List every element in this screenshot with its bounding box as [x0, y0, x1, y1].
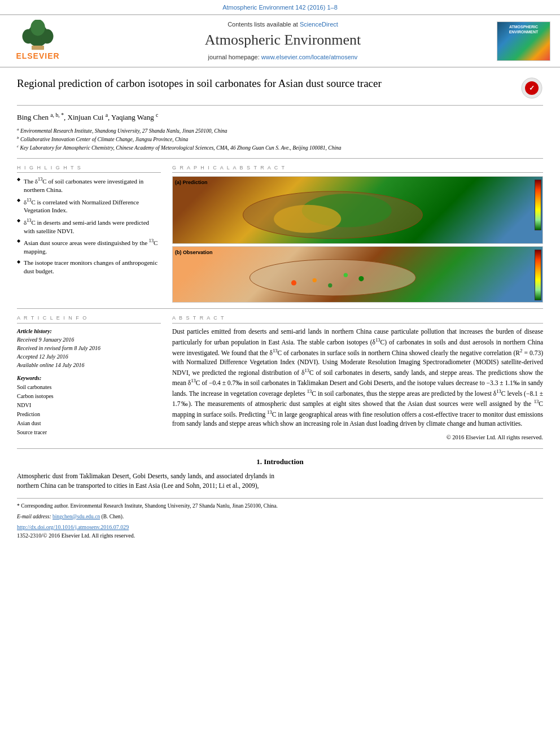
journal-header: ELSEVIER Contents lists available at Sci… [0, 14, 560, 68]
issn-line: 1352-2310/© 2016 Elsevier Ltd. All right… [17, 531, 543, 540]
highlights-column: H I G H L I G H T S The δ13C of soil car… [17, 164, 161, 303]
map-prediction: (a) Prediction [172, 176, 543, 244]
author-xinjuan-cui: Xinjuan Cui a [68, 113, 108, 121]
paper-title-section: Regional prediction of carbon isotopes i… [17, 77, 543, 106]
atm-env-logo-text: ATMOSPHERIC ENVIRONMENT [500, 24, 548, 34]
introduction-col-left: Atmospheric dust from Taklimakan Desert,… [17, 471, 274, 490]
svg-point-16 [358, 276, 364, 281]
copyright-line: © 2016 Elsevier Ltd. All rights reserved… [172, 433, 543, 442]
paper-title: Regional prediction of carbon isotopes i… [17, 77, 515, 91]
highlight-item-1: The δ13C of soil carbonates were investi… [17, 176, 161, 194]
keywords-title: Keywords: [17, 374, 161, 383]
journal-citation: Atmospheric Environment 142 (2016) 1–8 [0, 0, 560, 14]
email-link[interactable]: bingchen@sdu.edu.cn [53, 514, 100, 519]
article-info-abstract-section: A R T I C L E I N F O Article history: R… [17, 314, 543, 443]
contents-available-text: Contents lists available at ScienceDirec… [75, 20, 491, 29]
crossmark-logo[interactable]: ✓ [520, 77, 543, 99]
atm-env-logo: ATMOSPHERIC ENVIRONMENT [497, 21, 553, 61]
footnote-area: * Corresponding author. Environmental Re… [17, 498, 543, 540]
abstract-text: Dust particles emitted from deserts and … [172, 327, 543, 429]
keywords-section: Keywords: Soil carbonates Carbon isotope… [17, 374, 161, 437]
affiliation-a: a Environmental Research Institute, Shan… [17, 126, 543, 135]
article-info-column: A R T I C L E I N F O Article history: R… [17, 314, 161, 437]
divider-3 [17, 448, 543, 449]
highlight-item-2: δ13C is correlated with Normalized Diffe… [17, 197, 161, 215]
received-date: Received 9 January 2016 [17, 335, 161, 344]
elsevier-text: ELSEVIER [16, 51, 59, 62]
email-note: E-mail address: bingchen@sdu.edu.cn (B. … [17, 513, 543, 521]
article-history: Article history: Received 9 January 2016… [17, 327, 161, 369]
keyword-6: Source tracer [17, 428, 161, 437]
svg-point-17 [328, 283, 332, 287]
available-online-date: Available online 14 July 2016 [17, 361, 161, 369]
svg-rect-5 [32, 46, 44, 50]
authors-section: Bing Chen a, b, *, Xinjuan Cui a, Yaqian… [17, 111, 543, 123]
homepage-link[interactable]: www.elsevier.com/locate/atmosenv [261, 54, 358, 60]
affiliations: a Environmental Research Institute, Shan… [17, 126, 543, 152]
graphical-abstract-column: G R A P H I C A L A B S T R A C T (a) Pr… [172, 164, 543, 303]
svg-point-11 [274, 205, 341, 233]
keyword-2: Carbon isotopes [17, 392, 161, 401]
graphical-abstract-header: G R A P H I C A L A B S T R A C T [172, 164, 543, 173]
highlight-item-4: Asian dust source areas were distinguish… [17, 238, 161, 255]
keyword-4: Prediction [17, 410, 161, 419]
affiliation-b: b Collaborative Innovation Center of Cli… [17, 135, 543, 143]
introduction-section: 1. Introduction Atmospheric dust from Ta… [17, 457, 543, 491]
elsevier-logo: ELSEVIER [7, 20, 69, 62]
map-observation: (b) Observation [172, 246, 543, 303]
highlights-graphical-section: H I G H L I G H T S The δ13C of soil car… [17, 164, 543, 303]
journal-header-center: Contents lists available at ScienceDirec… [75, 20, 491, 62]
introduction-columns: Atmospheric dust from Taklimakan Desert,… [17, 471, 543, 490]
paper-content: Regional prediction of carbon isotopes i… [0, 68, 560, 549]
abstract-header: A B S T R A C T [172, 314, 543, 324]
highlight-item-5: The isotope tracer monitors changes of a… [17, 259, 161, 276]
keyword-3: NDVI [17, 401, 161, 410]
introduction-title: 1. Introduction [17, 457, 543, 467]
author-bing-chen: Bing Chen a, b, * [17, 113, 64, 121]
svg-point-14 [313, 278, 317, 282]
svg-point-4 [30, 20, 45, 36]
map-a-svg [176, 188, 490, 241]
colorbar-b [535, 250, 541, 300]
doi-link[interactable]: http://dx.doi.org/10.1016/j.atmosenv.201… [17, 524, 129, 530]
elsevier-tree-icon [15, 20, 60, 51]
accepted-date: Accepted 12 July 2016 [17, 352, 161, 361]
map-b-svg [176, 257, 490, 299]
svg-text:✓: ✓ [529, 84, 535, 92]
journal-title: Atmospheric Environment [75, 30, 491, 50]
keyword-5: Asian dust [17, 419, 161, 428]
map-b-label: (b) Observation [175, 249, 213, 256]
author-yaqiang-wang: Yaqiang Wang c [111, 113, 158, 121]
affiliation-c: c Key Laboratory for Atmospheric Chemist… [17, 143, 543, 152]
divider-2 [17, 308, 543, 309]
highlights-header: H I G H L I G H T S [17, 164, 161, 173]
divider-1 [17, 158, 543, 159]
map-a-label: (a) Prediction [175, 179, 208, 186]
article-history-title: Article history: [17, 327, 161, 335]
article-info-header: A R T I C L E I N F O [17, 314, 161, 324]
doi-line[interactable]: http://dx.doi.org/10.1016/j.atmosenv.201… [17, 523, 543, 531]
svg-point-12 [250, 260, 415, 296]
highlight-item-3: δ13C in deserts and semi-arid lands were… [17, 217, 161, 235]
sciencedirect-link[interactable]: ScienceDirect [300, 21, 338, 28]
received-revised-date: Received in revised form 8 July 2016 [17, 344, 161, 352]
highlights-list: The δ13C of soil carbonates were investi… [17, 176, 161, 275]
journal-homepage: journal homepage: www.elsevier.com/locat… [75, 53, 491, 62]
colorbar-a [535, 180, 541, 230]
keyword-1: Soil carbonates [17, 383, 161, 392]
corresponding-author-note: * Corresponding author. Environmental Re… [17, 502, 543, 510]
introduction-col-right [286, 471, 543, 490]
abstract-column: A B S T R A C T Dust particles emitted f… [172, 314, 543, 443]
svg-point-15 [344, 273, 348, 277]
svg-point-13 [291, 281, 296, 286]
email-person: (B. Chen). [102, 514, 124, 519]
